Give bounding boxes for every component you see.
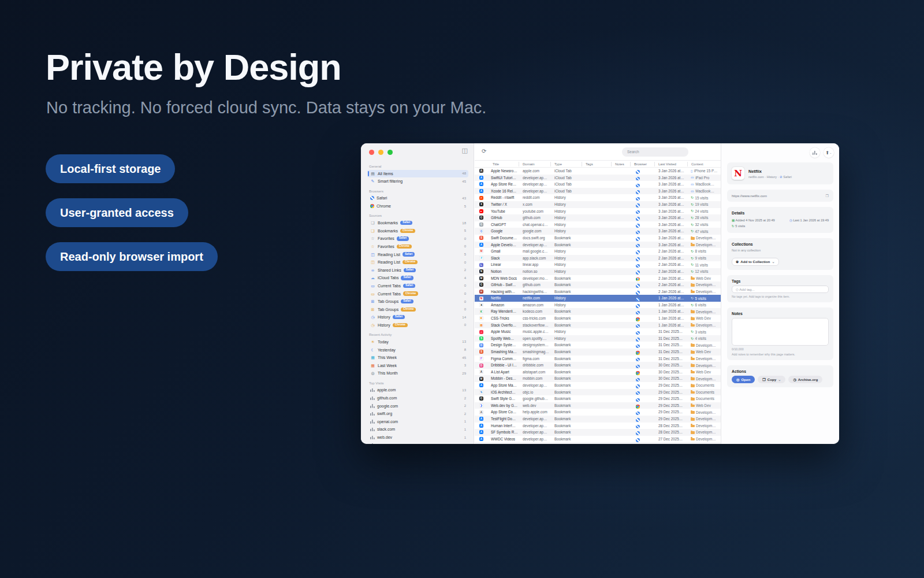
table-row[interactable]: AApp Store Co…help.apple.comBookmark29 D… (475, 409, 721, 416)
column-header-domain[interactable]: Domain (523, 161, 535, 168)
table-row[interactable]: ⇅iOS Architect…objc.ioBookmark29 Dec 202… (475, 389, 721, 396)
table-row[interactable]: MMDN Web Docsdeveloper.mo…Bookmark2 Jan … (475, 275, 721, 282)
table-row[interactable]: LLinearlinear.appHistory2 Jan 2026 at…↻1… (475, 261, 721, 268)
feature-pill-user-granted[interactable]: User-granted access (46, 198, 188, 227)
table-row[interactable]: AApp Store Re…developer.ap…iCloud Tab3 J… (475, 181, 721, 188)
table-row[interactable]: SSpotify Web…open.spotify.…History31 Dec… (475, 335, 721, 342)
sidebar-item-bookmarks-chrome[interactable]: ❏BookmarksChrome5 (367, 227, 468, 235)
table-row[interactable]: AApple Develo…developer.ap…Bookmark3 Jan… (475, 242, 721, 249)
url-card[interactable]: https://www.netflix.com ❐ (727, 190, 833, 202)
table-row[interactable]: aAmazonamazon.comHistory1 Jan 2026 at…↻6… (475, 302, 721, 309)
column-header-type[interactable]: Type (554, 161, 562, 168)
open-button[interactable]: ◎Open (732, 376, 755, 383)
sidebar-item-reading-list-chrome[interactable]: ◫Reading ListChrome0 (367, 258, 468, 266)
sidebar-item-reading-list-safari[interactable]: ◫Reading ListSafari5 (367, 250, 468, 258)
table-row[interactable]: CCool iOS App…apps.apple.co…Shared Link (475, 442, 721, 444)
table-row[interactable]: GGitHubgithub.comHistory3 Jan 2026 at…↻2… (475, 214, 721, 221)
copy-button[interactable]: ❐Copy ⌄ (758, 376, 785, 383)
table-row[interactable]: AApp Store Ma…developer.ap…Bookmark29 De… (475, 382, 721, 389)
sidebar-item-google-com[interactable]: google.com2 (367, 402, 468, 410)
sidebar-item-safari[interactable]: Safari43 (367, 194, 468, 202)
sidebar-item-history-chrome[interactable]: ◷HistoryChrome0 (367, 321, 468, 329)
feature-pill-local-first[interactable]: Local-first storage (46, 154, 175, 183)
table-row[interactable]: AA List Apartalistapart.comBookmark30 De… (475, 369, 721, 376)
sidebar-item-tab-groups-chrome[interactable]: ⊞Tab GroupsChrome0 (367, 305, 468, 313)
add-to-collection-button[interactable]: ⊕ Add to Collection ⌄ (732, 258, 779, 266)
sidebar-item-favorites-chrome[interactable]: ☆FavoritesChrome0 (367, 243, 468, 251)
sidebar-item-dribbble-com[interactable]: dribbble.com1 (367, 441, 468, 444)
table-row[interactable]: SSmashing Ma…smashingmag…Bookmark31 Dec … (475, 349, 721, 355)
table-row[interactable]: HHacking with…hackingwiths…Bookmark2 Jan… (475, 288, 721, 295)
sidebar-item-yesterday[interactable]: ☾Yesterday8 (367, 346, 468, 354)
table-row[interactable]: GGitHub - Swif…github.comBookmark2 Jan 2… (475, 281, 721, 288)
notes-textarea[interactable] (732, 318, 829, 346)
sidebar-item-swift-org[interactable]: swift.org2 (367, 410, 468, 418)
table-row[interactable]: AXcode 16 Rel…developer.ap…iCloud Tab3 J… (475, 188, 721, 195)
minimize-window-button[interactable] (378, 150, 383, 155)
sidebar-item-last-week[interactable]: ▦Last Week3 (367, 361, 468, 369)
table-row[interactable]: ASF Symbols R…developer.ap…Bookmark28 De… (475, 429, 721, 436)
archive-button[interactable]: ◷Archive.org (788, 376, 822, 383)
sidebar-item-smart-filtering[interactable]: ✎Smart filtering45 (367, 177, 468, 186)
refresh-icon[interactable]: ⟳ (482, 149, 486, 154)
table-row[interactable]: ▸YouTubeyoutube.comHistory3 Jan 2026 at…… (475, 208, 721, 215)
sidebar-item-openai-com[interactable]: openai.com1 (367, 418, 468, 426)
table-row[interactable]: ✱CSS-Trickscss-tricks.comBookmark1 Jan 2… (475, 315, 721, 322)
sidebar-item-shared-links-safari[interactable]: ∞Shared LinksSafari2 (367, 266, 468, 274)
table-row[interactable]: ASwiftUI Tutori…developer.ap…iCloud Tab3… (475, 175, 721, 181)
table-row[interactable]: ♪Apple Musicmusic.apple.c…History31 Dec … (475, 328, 721, 335)
zoom-window-button[interactable] (388, 150, 393, 155)
table-row[interactable]: ▤Stack Overflo…stackoverflow…Bookmark1 J… (475, 322, 721, 329)
table-row[interactable]: GGooglegoogle.comHistory3 Jan 2026 at…↻4… (475, 228, 721, 235)
sidebar-item-slack-com[interactable]: slack.com1 (367, 425, 468, 433)
share-button[interactable]: ⬆⌄ (824, 147, 834, 158)
table-row[interactable]: AApple Newsro…apple.comiCloud Tab3 Jan 2… (475, 168, 721, 175)
tag-input[interactable]: ◇ Add tag... (732, 286, 829, 293)
sidebar-item-icloud-tabs-safari[interactable]: ☁iCloud TabsSafari4 (367, 274, 468, 282)
sidebar-item-history-safari[interactable]: ◷HistorySafari14 (367, 313, 468, 321)
table-row[interactable]: ❯Web.dev by G…web.devBookmark29 Dec 2025… (475, 402, 721, 409)
table-row[interactable]: ATestFlight Do…developer.ap…Bookmark29 D… (475, 416, 721, 423)
sidebar-item-github-com[interactable]: github.com2 (367, 394, 468, 402)
table-row[interactable]: XTwitter / Xx.comHistory3 Jan 2026 at…↻1… (475, 201, 721, 208)
stats-button[interactable] (810, 147, 820, 158)
table-row-selected[interactable]: NNetflixnetflix.comHistory1 Jan 2026 at…… (475, 295, 721, 302)
table-row[interactable]: rReddit - r/swiftreddit.comHistory3 Jan … (475, 194, 721, 201)
column-header-title[interactable]: Title (493, 161, 499, 168)
sidebar-item-favorites-safari[interactable]: ☆FavoritesSafari0 (367, 235, 468, 243)
column-header-tags[interactable]: Tags (586, 161, 593, 168)
sidebar-toggle-icon[interactable]: ◫ (462, 147, 468, 154)
feature-pill-readonly-import[interactable]: Read-only browser import (46, 242, 218, 271)
column-header-context[interactable]: Context (691, 161, 703, 168)
sidebar-item-tab-groups-safari[interactable]: ⊞Tab GroupsSafari0 (367, 298, 468, 306)
table-row[interactable]: DDribbble - UI I…dribbble.comBookmark30 … (475, 362, 721, 369)
close-window-button[interactable] (369, 150, 374, 155)
sidebar-item-this-week[interactable]: ▦This Week45 (367, 354, 468, 362)
sidebar-item-today[interactable]: ☀Today13 (367, 338, 468, 346)
table-row[interactable]: MGmailmail.google.c…History2 Jan 2026 at… (475, 248, 721, 255)
table-row[interactable]: GChatGPTchat.openai.c…History3 Jan 2026 … (475, 221, 721, 228)
sidebar-item-current-tabs-safari[interactable]: ▭Current TabsSafari0 (367, 282, 468, 290)
sidebar-item-bookmarks-safari[interactable]: ❏BookmarksSafari18 (367, 219, 468, 227)
column-header-browser[interactable]: Browser (634, 161, 647, 168)
table-row[interactable]: DDesign Syste…designsystem…Bookmark31 De… (475, 342, 721, 349)
sidebar-item-this-month[interactable]: ◍This Month29 (367, 369, 468, 377)
table-row[interactable]: AHuman Interf…developer.ap…Bookmark28 De… (475, 423, 721, 429)
table-row[interactable]: FFigma Comm…figma.comBookmark31 Dec 2025… (475, 355, 721, 362)
table-row[interactable]: AWWDC Videosdeveloper.ap…Bookmark27 Dec … (475, 436, 721, 443)
copy-url-icon[interactable]: ❐ (826, 194, 829, 198)
table-row[interactable]: SSwift Docume…docs.swift.orgBookmark3 Ja… (475, 235, 721, 242)
table-row[interactable]: NNotionnotion.soHistory2 Jan 2026 at…↻12… (475, 268, 721, 275)
table-row[interactable]: KRay Wenderli…kodeco.comBookmark1 Jan 20… (475, 308, 721, 315)
sidebar-item-current-tabs-chrome[interactable]: ▭Current TabsChrome0 (367, 290, 468, 298)
sidebar-item-all-items[interactable]: ▤All Items48 (367, 170, 468, 178)
table-row[interactable]: GSwift Style G…google.github…Bookmark29 … (475, 395, 721, 402)
sidebar-item-chrome[interactable]: Chrome5 (367, 202, 468, 210)
sidebar-item-web-dev[interactable]: web.dev1 (367, 433, 468, 442)
search-input[interactable]: Search (622, 147, 688, 157)
column-header-last-visited[interactable]: Last Visited (658, 161, 676, 168)
column-header-notes[interactable]: Notes (615, 161, 624, 168)
table-row[interactable]: #Slackapp.slack.comHistory2 Jan 2026 at…… (475, 255, 721, 262)
sidebar-item-apple-com[interactable]: apple.com13 (367, 386, 468, 394)
table-row[interactable]: MMobbin - Des…mobbin.comBookmark30 Dec 2… (475, 375, 721, 382)
